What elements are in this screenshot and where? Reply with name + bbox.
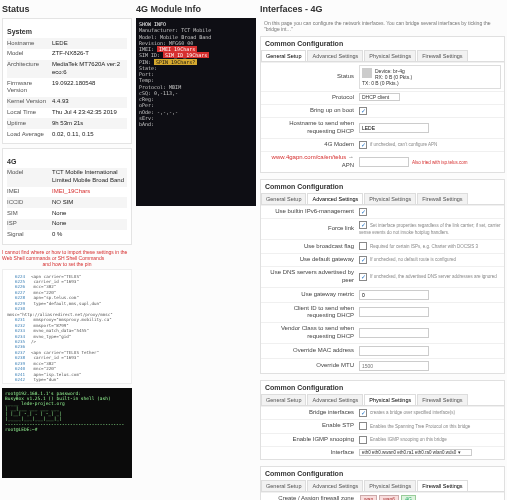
system-row: HostnameLEDE <box>7 38 127 49</box>
tab-advanced3[interactable]: Advanced Settings <box>307 394 363 405</box>
force-checkbox[interactable]: ✓ <box>359 221 367 229</box>
cfg-general: Common Configuration General Setup Advan… <box>260 36 505 173</box>
dns-checkbox[interactable]: ✓ <box>359 273 367 281</box>
modem-checkbox[interactable]: ✓ <box>359 141 367 149</box>
apn-xml-snippet: 6224<apn carrier="TELUS"6225 carrier_id … <box>2 269 132 384</box>
tab-general4[interactable]: General Setup <box>261 480 306 491</box>
tab-firewall[interactable]: Firewall Settings <box>417 50 467 61</box>
tab-physical2[interactable]: Physical Settings <box>364 193 416 204</box>
igmp-checkbox[interactable] <box>359 436 367 444</box>
apn-input[interactable] <box>359 157 409 167</box>
tab-firewall4[interactable]: Firewall Settings <box>417 480 467 491</box>
status-heading: Status <box>2 4 132 14</box>
cfg-firewall: Common Configuration General Setup Advan… <box>260 466 505 500</box>
tab-physical3[interactable]: Physical Settings <box>364 394 416 405</box>
protocol-select[interactable]: DHCP client <box>359 93 400 101</box>
system-title: System <box>7 28 127 35</box>
bridge-checkbox[interactable]: ✓ <box>359 409 367 417</box>
system-row: Firmware Version19.0922.180548 <box>7 78 127 97</box>
system-row: Load Average0.02, 0.11, 0.15 <box>7 129 127 140</box>
user-note: I cannot find where or how to import the… <box>2 249 132 267</box>
tab-physical[interactable]: Physical Settings <box>364 50 416 61</box>
bringup-checkbox[interactable]: ✓ <box>359 107 367 115</box>
system-row: Local TimeThu Jul 4 23:42:35 2019 <box>7 108 127 119</box>
interfaces-heading: Interfaces - 4G <box>260 4 505 14</box>
4g-title: 4G <box>7 158 127 165</box>
stp-checkbox[interactable] <box>359 422 367 430</box>
bcast-checkbox[interactable] <box>359 242 367 250</box>
tab-general3[interactable]: General Setup <box>261 394 306 405</box>
module-heading: 4G Module Info <box>136 4 256 14</box>
ipv6-checkbox[interactable]: ✓ <box>359 208 367 216</box>
hostname-input[interactable] <box>359 123 429 133</box>
clientid-input[interactable] <box>359 307 429 317</box>
vendorclass-input[interactable] <box>359 328 429 338</box>
status-box: Device: br-4gRX: 0 B (0 Pkts.)TX: 0 B (0… <box>359 65 501 89</box>
4g-row: ISPNone <box>7 219 127 230</box>
cfg-physical: Common Configuration General Setup Advan… <box>260 380 505 460</box>
interfaces-desc: On this page you can configure the netwo… <box>260 18 505 36</box>
tab-firewall3[interactable]: Firewall Settings <box>417 394 467 405</box>
system-row: Uptime9h 53m 21s <box>7 118 127 129</box>
system-row: ModelZTF-NX826-T <box>7 49 127 60</box>
fw-zone-select[interactable]: wanwan64G <box>359 495 501 500</box>
tab-general2[interactable]: General Setup <box>261 193 306 204</box>
interface-select[interactable]: eth0 eth0.wwan0 eth0.ra1 eth0.ra0 wlan0.… <box>359 449 472 456</box>
4g-row: Signal0 % <box>7 230 127 241</box>
system-panel: System HostnameLEDEModelZTF-NX826-TArchi… <box>2 18 132 144</box>
tab-physical4[interactable]: Physical Settings <box>364 480 416 491</box>
tab-general[interactable]: General Setup <box>261 50 306 61</box>
tab-advanced[interactable]: Advanced Settings <box>307 50 363 61</box>
apn-arrow: www.4gapn.com/ca/en/telus <box>272 154 347 160</box>
4g-panel: 4G ModelTCT Mobile International Limited… <box>2 148 132 245</box>
tab-advanced4[interactable]: Advanced Settings <box>307 480 363 491</box>
4g-row: ModelTCT Mobile International Limited Mo… <box>7 168 127 187</box>
gwmetric-input[interactable] <box>359 290 429 300</box>
mtu-input[interactable] <box>359 361 429 371</box>
eth-icon <box>362 68 372 78</box>
cfg-advanced: Common Configuration General Setup Advan… <box>260 179 505 374</box>
ssh-banner: root@192.168.1.1's password:BusyBox v1.2… <box>2 388 132 478</box>
defgw-checkbox[interactable]: ✓ <box>359 256 367 264</box>
4g-row: IMEIIMEI_19Chars <box>7 187 127 198</box>
mac-input[interactable] <box>359 346 429 356</box>
4g-row: ICCIDNO SIM <box>7 197 127 208</box>
system-row: Kernel Version4.4.93 <box>7 97 127 108</box>
module-info-terminal: SHOW INFOManufacturer: TCT MobileModel: … <box>136 18 256 206</box>
tab-advanced2[interactable]: Advanced Settings <box>307 193 363 204</box>
4g-row: SIMNone <box>7 208 127 219</box>
system-row: ArchitectureMediaTek MT7620A ver:2 eco:6 <box>7 60 127 79</box>
tab-firewall2[interactable]: Firewall Settings <box>417 193 467 204</box>
